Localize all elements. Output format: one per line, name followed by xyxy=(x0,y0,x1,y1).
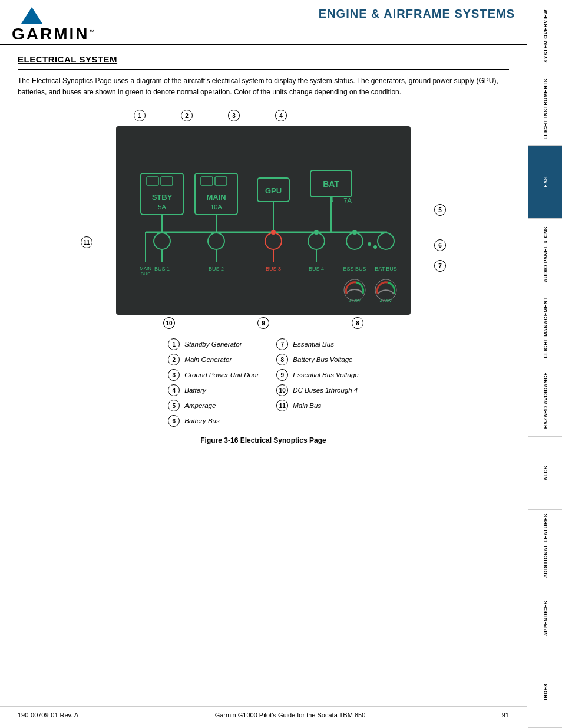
callout-9: 9 xyxy=(257,317,269,329)
section-divider xyxy=(18,69,509,70)
callout-7: 7 xyxy=(434,260,446,272)
sidebar-item-afcs[interactable]: AFCS xyxy=(528,437,562,510)
sidebar-label: HAZARD AVOIDANCE xyxy=(543,372,548,429)
legend-item-7: 7 Essential Bus xyxy=(276,338,358,350)
svg-point-38 xyxy=(378,233,394,249)
sidebar-item-flight-instruments[interactable]: FLIGHT INSTRUMENTS xyxy=(528,73,562,146)
garmin-logo: GARMIN™ xyxy=(12,7,97,44)
sidebar-label: FLIGHT MANAGEMENT xyxy=(543,297,548,358)
footer-guide-title: Garmin G1000 Pilot's Guide for the Socat… xyxy=(215,711,366,719)
svg-text:27.6V: 27.6V xyxy=(380,298,393,303)
svg-text:BUS 3: BUS 3 xyxy=(266,266,281,272)
sidebar-item-system-overview[interactable]: SYSTEM OVERVIEW xyxy=(528,0,562,73)
callout-label-3: 3 xyxy=(168,369,180,381)
svg-text:ESS BUS: ESS BUS xyxy=(343,266,366,272)
sidebar-item-flight-management[interactable]: FLIGHT MANAGEMENT xyxy=(528,291,562,364)
legend-item-6: 6 Battery Bus xyxy=(168,415,259,427)
svg-point-22 xyxy=(208,233,224,249)
legend-text-6: Battery Bus xyxy=(184,417,219,424)
callout-label-10: 10 xyxy=(276,384,288,396)
page-title: ENGINE & AIRFRAME SYSTEMS xyxy=(319,7,515,25)
sidebar-item-eas[interactable]: EAS xyxy=(528,146,562,219)
sidebar-item-audio-panel[interactable]: AUDIO PANEL & CNS xyxy=(528,219,562,292)
sidebar-label: SYSTEM OVERVIEW xyxy=(543,9,548,62)
callout-label-2: 2 xyxy=(168,354,180,365)
electrical-diagram: STBY 5A MAIN 10A GPU BAT ↓ 7A xyxy=(116,126,411,315)
svg-text:MAIN: MAIN xyxy=(140,266,151,271)
garmin-wordmark: GARMIN™ xyxy=(12,25,97,44)
svg-text:5A: 5A xyxy=(158,203,166,210)
svg-point-21 xyxy=(154,233,170,249)
svg-text:7A: 7A xyxy=(343,197,352,204)
callout-10: 10 xyxy=(163,317,175,329)
legend-item-2: 2 Main Generator xyxy=(168,354,259,365)
sidebar-label: AFCS xyxy=(543,466,548,480)
callout-label-7: 7 xyxy=(276,338,288,350)
main-content: ELECTRICAL SYSTEM The Electrical Synopti… xyxy=(0,45,527,456)
callout-2: 2 xyxy=(181,110,193,121)
legend-text-3: Ground Power Unit Door xyxy=(184,371,259,378)
callout-4: 4 xyxy=(275,110,287,121)
sidebar-label: AUDIO PANEL & CNS xyxy=(543,226,548,282)
legend-text-8: Battery Bus Voltage xyxy=(293,356,352,363)
legend-text-9: Essential Bus Voltage xyxy=(293,371,358,378)
callout-6: 6 xyxy=(434,239,446,251)
legend-item-3: 3 Ground Power Unit Door xyxy=(168,369,259,381)
legend-text-7: Essential Bus xyxy=(293,341,334,348)
legend-text-2: Main Generator xyxy=(184,356,232,363)
page-header: GARMIN™ ENGINE & AIRFRAME SYSTEMS xyxy=(0,0,527,45)
sidebar-label: ADDITIONAL FEATURES xyxy=(543,513,548,578)
svg-text:MAIN: MAIN xyxy=(206,193,226,202)
svg-text:BUS 2: BUS 2 xyxy=(209,266,224,272)
legend-text-1: Standby Generator xyxy=(184,341,242,348)
svg-point-39 xyxy=(271,230,276,235)
svg-text:27.6V: 27.6V xyxy=(349,298,362,303)
legend-item-5: 5 Amperage xyxy=(168,400,259,411)
section-title: ELECTRICAL SYSTEM xyxy=(18,54,509,64)
legend-item-8: 8 Battery Bus Voltage xyxy=(276,354,358,365)
svg-text:BUS 1: BUS 1 xyxy=(154,266,170,272)
sidebar-item-additional-features[interactable]: ADDITIONAL FEATURES xyxy=(528,510,562,583)
svg-point-41 xyxy=(352,230,357,235)
svg-text:BAT BUS: BAT BUS xyxy=(375,266,397,272)
garmin-triangle-icon xyxy=(21,7,42,24)
sidebar-label: INDEX xyxy=(543,683,548,700)
diagram-wrapper: 1 2 3 4 STBY 5A MAI xyxy=(98,110,428,329)
callout-5: 5 xyxy=(434,204,446,216)
legend-item-1: 1 Standby Generator xyxy=(168,338,259,350)
legend-item-11: 11 Main Bus xyxy=(276,400,358,411)
legend-left: 1 Standby Generator 2 Main Generator 3 G… xyxy=(168,338,259,427)
svg-point-47 xyxy=(373,245,377,249)
legend-text-10: DC Buses 1through 4 xyxy=(293,387,358,394)
sidebar-label: EAS xyxy=(543,176,548,187)
svg-text:10A: 10A xyxy=(210,203,222,210)
callout-label-6: 6 xyxy=(168,415,180,427)
legend-text-5: Amperage xyxy=(184,402,216,409)
svg-point-40 xyxy=(314,230,319,235)
svg-text:BAT: BAT xyxy=(323,179,339,189)
legend-area: 1 Standby Generator 2 Main Generator 3 G… xyxy=(18,338,509,427)
diagram-container: 1 2 3 4 STBY 5A MAI xyxy=(18,110,509,444)
footer-part-number: 190-00709-01 Rev. A xyxy=(18,711,78,719)
sidebar-item-hazard-avoidance[interactable]: HAZARD AVOIDANCE xyxy=(528,364,562,437)
callout-11: 11 xyxy=(81,236,92,248)
callout-label-1: 1 xyxy=(168,338,180,350)
sidebar-label: FLIGHT INSTRUMENTS xyxy=(543,78,548,139)
legend-item-10: 10 DC Buses 1through 4 xyxy=(276,384,358,396)
callout-label-9: 9 xyxy=(276,369,288,381)
svg-point-36 xyxy=(346,233,363,249)
sidebar-item-appendices[interactable]: APPENDICES xyxy=(528,582,562,655)
svg-text:BUS: BUS xyxy=(141,271,150,276)
svg-text:GPU: GPU xyxy=(265,186,282,195)
legend-item-4: 4 Battery xyxy=(168,384,259,396)
legend-text-11: Main Bus xyxy=(293,402,321,409)
sidebar-item-index[interactable]: INDEX xyxy=(528,655,562,729)
callout-label-8: 8 xyxy=(276,354,288,365)
sidebar: SYSTEM OVERVIEW FLIGHT INSTRUMENTS EAS A… xyxy=(528,0,562,728)
sidebar-label: APPENDICES xyxy=(543,601,548,636)
legend-item-9: 9 Essential Bus Voltage xyxy=(276,369,358,381)
callout-3: 3 xyxy=(228,110,240,121)
figure-caption: Figure 3-16 Electrical Synoptics Page xyxy=(200,436,326,444)
callout-label-4: 4 xyxy=(168,384,180,396)
svg-text:BUS 4: BUS 4 xyxy=(309,266,324,272)
